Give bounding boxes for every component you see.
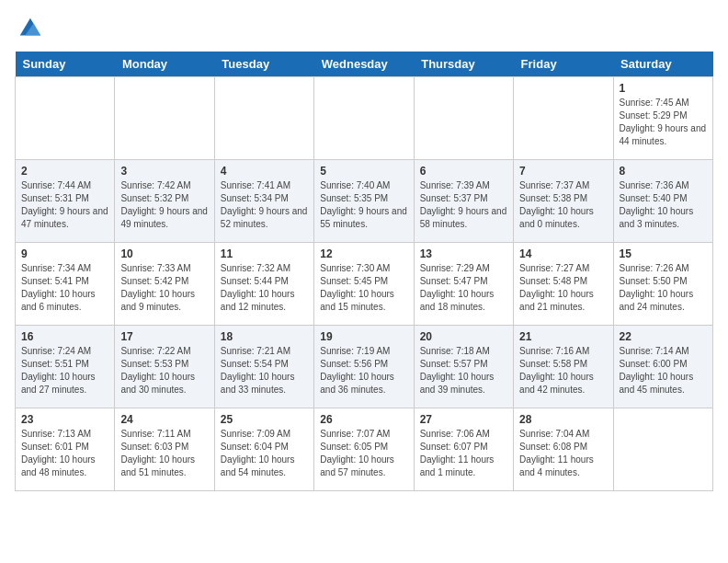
calendar-cell: 14Sunrise: 7:27 AM Sunset: 5:48 PM Dayli… bbox=[514, 243, 613, 326]
day-info: Sunrise: 7:13 AM Sunset: 6:01 PM Dayligh… bbox=[21, 428, 108, 479]
day-info: Sunrise: 7:18 AM Sunset: 5:57 PM Dayligh… bbox=[420, 345, 507, 396]
day-info: Sunrise: 7:34 AM Sunset: 5:41 PM Dayligh… bbox=[21, 262, 108, 314]
day-info: Sunrise: 7:21 AM Sunset: 5:54 PM Dayligh… bbox=[221, 345, 308, 396]
day-info: Sunrise: 7:24 AM Sunset: 5:51 PM Dayligh… bbox=[21, 345, 108, 396]
calendar-cell: 18Sunrise: 7:21 AM Sunset: 5:54 PM Dayli… bbox=[214, 326, 313, 408]
day-info: Sunrise: 7:33 AM Sunset: 5:42 PM Dayligh… bbox=[120, 262, 208, 314]
day-number: 26 bbox=[320, 413, 407, 426]
column-header-monday: Monday bbox=[115, 52, 214, 77]
day-number: 7 bbox=[519, 165, 607, 178]
day-number: 21 bbox=[519, 330, 607, 343]
column-header-sunday: Sunday bbox=[16, 52, 115, 77]
calendar-cell bbox=[115, 77, 214, 160]
column-header-tuesday: Tuesday bbox=[214, 52, 313, 77]
day-info: Sunrise: 7:36 AM Sunset: 5:40 PM Dayligh… bbox=[620, 179, 707, 231]
calendar-cell: 16Sunrise: 7:24 AM Sunset: 5:51 PM Dayli… bbox=[16, 326, 115, 408]
calendar-cell: 11Sunrise: 7:32 AM Sunset: 5:44 PM Dayli… bbox=[214, 243, 313, 326]
calendar-cell: 4Sunrise: 7:41 AM Sunset: 5:34 PM Daylig… bbox=[214, 160, 313, 243]
day-number: 15 bbox=[620, 247, 707, 260]
calendar-week-4: 16Sunrise: 7:24 AM Sunset: 5:51 PM Dayli… bbox=[16, 326, 713, 408]
day-number: 14 bbox=[519, 247, 607, 260]
day-info: Sunrise: 7:40 AM Sunset: 5:35 PM Dayligh… bbox=[320, 179, 407, 231]
day-number: 9 bbox=[21, 247, 108, 260]
calendar-cell: 8Sunrise: 7:36 AM Sunset: 5:40 PM Daylig… bbox=[613, 160, 712, 243]
day-info: Sunrise: 7:22 AM Sunset: 5:53 PM Dayligh… bbox=[120, 345, 208, 396]
day-number: 20 bbox=[420, 330, 507, 343]
calendar-cell bbox=[514, 77, 613, 160]
day-number: 16 bbox=[21, 330, 108, 343]
calendar-table: SundayMondayTuesdayWednesdayThursdayFrid… bbox=[15, 52, 713, 491]
day-info: Sunrise: 7:42 AM Sunset: 5:32 PM Dayligh… bbox=[120, 179, 208, 231]
column-header-wednesday: Wednesday bbox=[314, 52, 414, 77]
calendar-week-1: 1Sunrise: 7:45 AM Sunset: 5:29 PM Daylig… bbox=[16, 77, 713, 160]
page-header bbox=[15, 15, 713, 40]
calendar-body: 1Sunrise: 7:45 AM Sunset: 5:29 PM Daylig… bbox=[16, 77, 713, 491]
calendar-cell: 7Sunrise: 7:37 AM Sunset: 5:38 PM Daylig… bbox=[514, 160, 613, 243]
calendar-cell: 23Sunrise: 7:13 AM Sunset: 6:01 PM Dayli… bbox=[16, 408, 115, 491]
day-info: Sunrise: 7:06 AM Sunset: 6:07 PM Dayligh… bbox=[420, 428, 507, 479]
day-number: 25 bbox=[221, 413, 308, 426]
day-info: Sunrise: 7:11 AM Sunset: 6:03 PM Dayligh… bbox=[120, 428, 208, 479]
calendar-cell bbox=[214, 77, 313, 160]
logo bbox=[15, 15, 42, 40]
day-info: Sunrise: 7:30 AM Sunset: 5:45 PM Dayligh… bbox=[320, 262, 407, 314]
day-number: 11 bbox=[221, 247, 308, 260]
calendar-cell: 27Sunrise: 7:06 AM Sunset: 6:07 PM Dayli… bbox=[414, 408, 513, 491]
logo-icon bbox=[17, 15, 42, 40]
day-number: 18 bbox=[221, 330, 308, 343]
calendar-cell: 6Sunrise: 7:39 AM Sunset: 5:37 PM Daylig… bbox=[414, 160, 513, 243]
day-number: 19 bbox=[320, 330, 407, 343]
calendar-week-2: 2Sunrise: 7:44 AM Sunset: 5:31 PM Daylig… bbox=[16, 160, 713, 243]
day-number: 6 bbox=[420, 165, 507, 178]
calendar-cell: 25Sunrise: 7:09 AM Sunset: 6:04 PM Dayli… bbox=[214, 408, 313, 491]
day-number: 24 bbox=[120, 413, 208, 426]
calendar-cell: 21Sunrise: 7:16 AM Sunset: 5:58 PM Dayli… bbox=[514, 326, 613, 408]
day-number: 22 bbox=[620, 330, 707, 343]
column-header-thursday: Thursday bbox=[414, 52, 513, 77]
day-number: 5 bbox=[320, 165, 407, 178]
day-info: Sunrise: 7:04 AM Sunset: 6:08 PM Dayligh… bbox=[519, 428, 607, 479]
day-number: 23 bbox=[21, 413, 108, 426]
calendar-cell bbox=[613, 408, 712, 491]
day-number: 17 bbox=[120, 330, 208, 343]
day-number: 4 bbox=[221, 165, 308, 178]
calendar-cell: 10Sunrise: 7:33 AM Sunset: 5:42 PM Dayli… bbox=[115, 243, 214, 326]
day-info: Sunrise: 7:44 AM Sunset: 5:31 PM Dayligh… bbox=[21, 179, 108, 231]
day-info: Sunrise: 7:29 AM Sunset: 5:47 PM Dayligh… bbox=[420, 262, 507, 314]
calendar-week-3: 9Sunrise: 7:34 AM Sunset: 5:41 PM Daylig… bbox=[16, 243, 713, 326]
calendar-header-row: SundayMondayTuesdayWednesdayThursdayFrid… bbox=[16, 52, 713, 77]
calendar-cell: 2Sunrise: 7:44 AM Sunset: 5:31 PM Daylig… bbox=[16, 160, 115, 243]
calendar-cell bbox=[314, 77, 414, 160]
column-header-friday: Friday bbox=[514, 52, 613, 77]
day-info: Sunrise: 7:41 AM Sunset: 5:34 PM Dayligh… bbox=[221, 179, 308, 231]
day-info: Sunrise: 7:16 AM Sunset: 5:58 PM Dayligh… bbox=[519, 345, 607, 396]
calendar-cell: 20Sunrise: 7:18 AM Sunset: 5:57 PM Dayli… bbox=[414, 326, 513, 408]
calendar-cell bbox=[16, 77, 115, 160]
day-number: 13 bbox=[420, 247, 507, 260]
day-info: Sunrise: 7:26 AM Sunset: 5:50 PM Dayligh… bbox=[620, 262, 707, 314]
calendar-cell bbox=[414, 77, 513, 160]
calendar-cell: 22Sunrise: 7:14 AM Sunset: 6:00 PM Dayli… bbox=[613, 326, 712, 408]
day-number: 12 bbox=[320, 247, 407, 260]
day-number: 2 bbox=[21, 165, 108, 178]
calendar-cell: 15Sunrise: 7:26 AM Sunset: 5:50 PM Dayli… bbox=[613, 243, 712, 326]
day-number: 3 bbox=[120, 165, 208, 178]
day-info: Sunrise: 7:27 AM Sunset: 5:48 PM Dayligh… bbox=[519, 262, 607, 314]
day-number: 8 bbox=[620, 165, 707, 178]
calendar-cell: 26Sunrise: 7:07 AM Sunset: 6:05 PM Dayli… bbox=[314, 408, 414, 491]
column-header-saturday: Saturday bbox=[613, 52, 712, 77]
day-info: Sunrise: 7:14 AM Sunset: 6:00 PM Dayligh… bbox=[620, 345, 707, 396]
day-info: Sunrise: 7:19 AM Sunset: 5:56 PM Dayligh… bbox=[320, 345, 407, 396]
calendar-cell: 5Sunrise: 7:40 AM Sunset: 5:35 PM Daylig… bbox=[314, 160, 414, 243]
day-number: 28 bbox=[519, 413, 607, 426]
calendar-cell: 12Sunrise: 7:30 AM Sunset: 5:45 PM Dayli… bbox=[314, 243, 414, 326]
calendar-cell: 1Sunrise: 7:45 AM Sunset: 5:29 PM Daylig… bbox=[613, 77, 712, 160]
day-info: Sunrise: 7:09 AM Sunset: 6:04 PM Dayligh… bbox=[221, 428, 308, 479]
day-number: 10 bbox=[120, 247, 208, 260]
calendar-cell: 24Sunrise: 7:11 AM Sunset: 6:03 PM Dayli… bbox=[115, 408, 214, 491]
calendar-cell: 13Sunrise: 7:29 AM Sunset: 5:47 PM Dayli… bbox=[414, 243, 513, 326]
day-number: 27 bbox=[420, 413, 507, 426]
calendar-cell: 3Sunrise: 7:42 AM Sunset: 5:32 PM Daylig… bbox=[115, 160, 214, 243]
calendar-cell: 17Sunrise: 7:22 AM Sunset: 5:53 PM Dayli… bbox=[115, 326, 214, 408]
day-info: Sunrise: 7:45 AM Sunset: 5:29 PM Dayligh… bbox=[620, 97, 707, 148]
